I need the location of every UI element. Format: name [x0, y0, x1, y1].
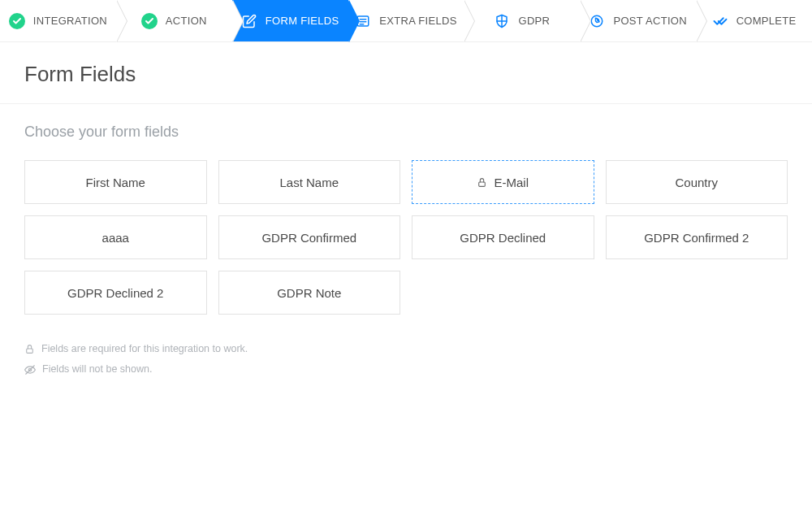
field-label: E-Mail — [494, 176, 529, 189]
check-circle-icon — [141, 13, 158, 29]
step-label: GDPR — [518, 15, 550, 27]
field-label: aaaa — [102, 231, 129, 245]
step-form-fields[interactable]: FORM FIELDS — [232, 0, 348, 41]
step-complete[interactable]: COMPLETE — [696, 0, 812, 41]
step-label: ACTION — [166, 15, 207, 27]
field-label: Last Name — [279, 176, 339, 189]
field-label: First Name — [86, 176, 145, 189]
wizard-stepper: INTEGRATION ACTION FORM FIELDS EXTRA FIE… — [0, 0, 812, 42]
field-last-name[interactable]: Last Name — [218, 160, 401, 204]
field-gdpr-declined[interactable]: GDPR Declined — [412, 215, 594, 259]
field-first-name[interactable]: First Name — [24, 160, 207, 204]
edit-icon — [241, 13, 257, 29]
legend-text: Fields are required for this integration… — [41, 339, 248, 359]
field-label: GDPR Declined — [460, 231, 546, 245]
shield-icon — [494, 13, 510, 29]
step-post-action[interactable]: POST ACTION — [580, 0, 696, 41]
content-area: Choose your form fields First Name Last … — [0, 104, 812, 399]
double-check-icon — [712, 13, 728, 29]
rocket-icon — [589, 13, 605, 29]
page-title: Form Fields — [0, 42, 812, 103]
lock-icon — [477, 177, 487, 188]
step-label: POST ACTION — [613, 15, 686, 27]
step-action[interactable]: ACTION — [116, 0, 232, 41]
field-label: Country — [675, 176, 718, 189]
field-gdpr-declined-2[interactable]: GDPR Declined 2 — [24, 271, 207, 315]
field-aaaa[interactable]: aaaa — [24, 215, 207, 259]
eye-off-icon — [24, 364, 36, 376]
legend-hidden: Fields will not be shown. — [24, 359, 788, 380]
check-circle-icon — [9, 13, 25, 29]
instruction-text: Choose your form fields — [24, 124, 788, 141]
fields-grid: First Name Last Name E-Mail Country aaaa… — [24, 160, 788, 315]
step-label: COMPLETE — [736, 15, 797, 27]
legend: Fields are required for this integration… — [24, 339, 788, 380]
svg-rect-9 — [27, 349, 33, 353]
svg-rect-8 — [479, 181, 486, 185]
field-gdpr-confirmed[interactable]: GDPR Confirmed — [218, 215, 401, 259]
legend-required: Fields are required for this integration… — [24, 339, 788, 359]
step-label: EXTRA FIELDS — [379, 15, 456, 27]
field-gdpr-note[interactable]: GDPR Note — [218, 271, 401, 315]
step-integration[interactable]: INTEGRATION — [0, 0, 116, 41]
field-label: GDPR Confirmed 2 — [644, 231, 749, 245]
field-label: GDPR Declined 2 — [67, 286, 163, 300]
field-label: GDPR Confirmed — [261, 231, 356, 245]
svg-point-7 — [598, 19, 599, 20]
step-extra-fields[interactable]: EXTRA FIELDS — [348, 0, 464, 41]
step-gdpr[interactable]: GDPR — [464, 0, 580, 41]
field-label: GDPR Note — [277, 286, 341, 300]
svg-point-6 — [592, 15, 603, 27]
legend-text: Fields will not be shown. — [42, 359, 152, 380]
field-email[interactable]: E-Mail — [412, 160, 594, 204]
step-label: INTEGRATION — [33, 15, 107, 27]
lock-icon — [24, 344, 35, 354]
field-gdpr-confirmed-2[interactable]: GDPR Confirmed 2 — [606, 215, 788, 259]
field-country[interactable]: Country — [606, 160, 788, 204]
step-label: FORM FIELDS — [266, 15, 339, 27]
